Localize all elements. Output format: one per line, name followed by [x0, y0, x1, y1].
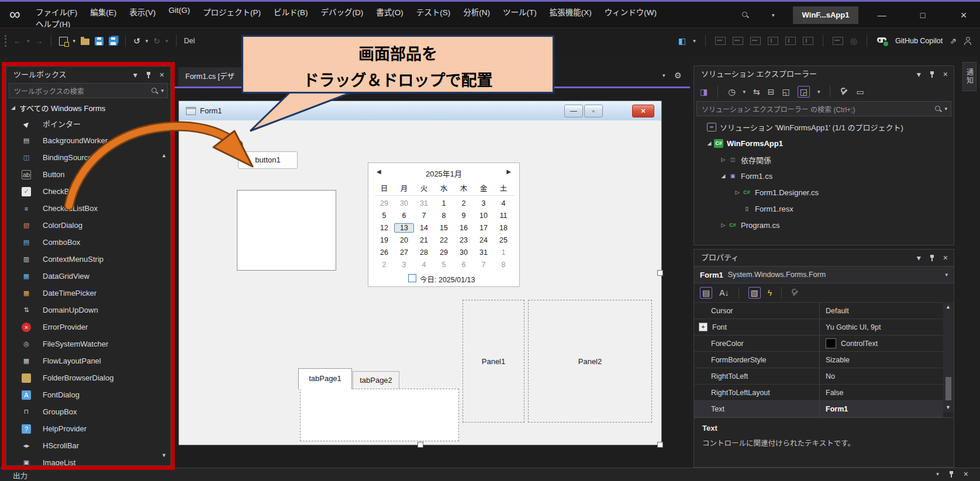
- calendar-day[interactable]: 6: [394, 212, 414, 220]
- calendar-date-grid[interactable]: 2930311234567891011121314151617181920212…: [374, 198, 513, 271]
- copilot-label[interactable]: GitHub Copilot: [895, 37, 943, 45]
- search-dropdown-icon[interactable]: ▾: [161, 88, 164, 94]
- scrollbar-down-icon[interactable]: ▼: [161, 453, 167, 458]
- form-title-bar[interactable]: Form1 — ▫ ×: [179, 101, 661, 121]
- events-icon[interactable]: ϟ: [768, 289, 772, 297]
- pin-icon[interactable]: [146, 71, 151, 79]
- share-icon[interactable]: ⇗: [950, 37, 957, 45]
- property-row-formborderstyle[interactable]: FormBorderStyleSizable: [694, 352, 943, 368]
- search-icon[interactable]: [934, 105, 942, 113]
- new-view-icon[interactable]: ▭: [856, 88, 864, 96]
- calendar-today-checkbox[interactable]: [408, 274, 416, 282]
- copilot-icon[interactable]: [877, 36, 888, 46]
- menu-item-t[interactable]: ツール(T): [496, 5, 543, 19]
- button1-control[interactable]: button1: [238, 151, 298, 169]
- tree-expander-icon[interactable]: ▷: [719, 222, 728, 228]
- toolbox-category-all-windows-forms[interactable]: ◢ すべての Windows Forms: [6, 100, 170, 115]
- new-project-icon[interactable]: [59, 37, 68, 46]
- property-row-font[interactable]: +FontYu Gothic UI, 9pt: [694, 319, 943, 335]
- calendar-day[interactable]: 5: [434, 261, 454, 269]
- solution-explorer-header[interactable]: ソリューション エクスプローラー ▾×: [694, 66, 954, 82]
- chevron-down-icon[interactable]: ▾: [936, 472, 939, 477]
- search-dropdown-icon[interactable]: ▾: [772, 13, 775, 18]
- calendar-day[interactable]: 21: [414, 236, 434, 244]
- tree-expander-icon[interactable]: ▷: [733, 189, 742, 195]
- property-row-forecolor[interactable]: ForeColorControlText: [694, 335, 943, 352]
- tree-item--winformsapp1-1-1-[interactable]: ∞ソリューション 'WinFormsApp1' (1/1 のプロジェクト): [694, 119, 954, 135]
- toolbox-item-errorprovider[interactable]: ×ErrorProvider: [6, 319, 170, 335]
- tree-item-form1-resx[interactable]: ▯Form1.resx: [694, 200, 954, 217]
- output-panel-header[interactable]: 出力 ▾ ×: [0, 468, 980, 481]
- calendar-day[interactable]: 9: [454, 212, 474, 220]
- calendar-title[interactable]: 2025年1月: [368, 168, 519, 179]
- calendar-day[interactable]: 8: [494, 261, 513, 269]
- property-row-righttoleftlayout[interactable]: RightToLeftLayoutFalse: [694, 385, 943, 401]
- toolbox-item-hscrollbar[interactable]: ◂▸HScrollBar: [6, 437, 170, 454]
- categorized-icon[interactable]: ▤: [700, 287, 712, 299]
- collapse-all-icon[interactable]: ⊟: [768, 88, 775, 96]
- tree-item-form1-designer-cs[interactable]: ▷C#Form1.Designer.cs: [694, 184, 954, 200]
- monthcalendar-control[interactable]: ◀ 2025年1月 ▶ 日月火水木金土 29303112345678910111…: [368, 162, 520, 287]
- new-project-dropdown[interactable]: ▾: [73, 39, 76, 44]
- toolbox-item-groupbox[interactable]: ⊓GroupBox: [6, 403, 170, 420]
- tree-item-program-cs[interactable]: ▷C#Program.cs: [694, 217, 954, 233]
- toolbox-item-helpprovider[interactable]: ?HelpProvider: [6, 420, 170, 437]
- calendar-day[interactable]: 29: [374, 199, 394, 207]
- menu-item-x[interactable]: 拡張機能(X): [543, 5, 598, 19]
- property-value[interactable]: No: [820, 372, 943, 380]
- close-icon[interactable]: ×: [943, 70, 948, 78]
- resize-handle-bottom-center[interactable]: [417, 442, 423, 448]
- undo-dropdown[interactable]: ▾: [146, 39, 149, 44]
- toolbox-item-datetimepicker[interactable]: ▦DateTimePicker: [6, 285, 170, 302]
- property-grid-scrollbar[interactable]: ▲ ▼: [943, 302, 954, 413]
- save-all-icon[interactable]: [109, 37, 118, 46]
- calendar-day[interactable]: 10: [474, 212, 494, 220]
- tabcontrol-content-area[interactable]: [300, 389, 459, 441]
- align-tops-icon[interactable]: [768, 37, 778, 45]
- property-pages-icon[interactable]: [791, 289, 799, 297]
- properties-header[interactable]: プロパティ ▾×: [694, 250, 954, 266]
- solution-explorer-search[interactable]: ソリューション エクスプローラー の検索 (Ctrl+;) ▾: [696, 101, 951, 116]
- toolbox-item-contextmenustrip[interactable]: ▥ContextMenuStrip: [6, 251, 170, 268]
- toolbox-header[interactable]: ツールボックス ▾×: [6, 67, 170, 83]
- tree-item--[interactable]: ▷◫依存関係: [694, 151, 954, 168]
- tab-tabpage2[interactable]: tabPage2: [353, 371, 399, 389]
- calendar-day[interactable]: 28: [414, 248, 434, 257]
- undo-icon[interactable]: ↺: [133, 37, 140, 45]
- designed-form-window[interactable]: Form1 — ▫ × button1 ◀ 2025年1月 ▶ 日月火水木金土 …: [178, 101, 662, 445]
- scrollbar-up-icon[interactable]: ▲: [161, 153, 167, 158]
- navigate-forward-icon[interactable]: →: [35, 37, 43, 45]
- feedback-person-icon[interactable]: [964, 37, 972, 45]
- calendar-day[interactable]: 4: [494, 199, 513, 207]
- tree-item-form1-cs[interactable]: ◢▣Form1.cs: [694, 168, 954, 184]
- toolbox-item-fontdialog[interactable]: AFontDialog: [6, 386, 170, 403]
- property-value[interactable]: False: [820, 389, 943, 397]
- toolbox-item-flowlayoutpanel[interactable]: ▦FlowLayoutPanel: [6, 352, 170, 369]
- redo-icon[interactable]: ↻: [153, 37, 160, 45]
- property-row-cursor[interactable]: CursorDefault: [694, 303, 943, 319]
- calendar-day[interactable]: 30: [394, 199, 414, 207]
- pin-icon[interactable]: [929, 71, 935, 78]
- calendar-day[interactable]: 29: [434, 248, 454, 257]
- save-icon[interactable]: [95, 37, 103, 46]
- window-layout-icon[interactable]: ◧: [678, 37, 686, 45]
- open-folder-icon[interactable]: [81, 39, 89, 45]
- calendar-day[interactable]: 7: [474, 261, 494, 269]
- search-dropdown-icon[interactable]: ▾: [944, 106, 947, 112]
- make-same-size-icon[interactable]: [833, 37, 843, 45]
- notifications-vertical-tab[interactable]: 通知: [962, 62, 976, 91]
- calendar-day-selected[interactable]: 13: [394, 223, 414, 233]
- toolbox-item-folderbrowserdialog[interactable]: FolderBrowserDialog: [6, 369, 170, 386]
- properties-object-selector[interactable]: Form1 System.Windows.Forms.Form ▾: [694, 266, 954, 283]
- tab-list-dropdown-icon[interactable]: ▾: [662, 73, 665, 78]
- chevron-down-icon[interactable]: ▾: [133, 71, 137, 79]
- calendar-day[interactable]: 26: [374, 248, 394, 257]
- calendar-day[interactable]: 4: [414, 261, 434, 269]
- white-listbox-control[interactable]: [237, 190, 336, 271]
- show-all-files-icon[interactable]: ◱: [782, 88, 789, 96]
- calendar-day[interactable]: 12: [374, 224, 394, 232]
- toolbox-item-checkedlistbox[interactable]: ≡CheckedListBox: [6, 200, 170, 217]
- sync-with-active-document-icon[interactable]: ◲: [798, 86, 810, 98]
- calendar-day[interactable]: 7: [414, 212, 434, 220]
- chevron-down-icon[interactable]: ▾: [945, 272, 948, 278]
